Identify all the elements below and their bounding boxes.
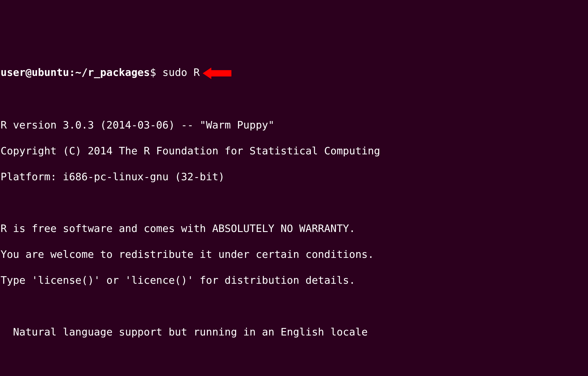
output-version: R version 3.0.3 (2014-03-06) -- "Warm Pu… (1, 118, 587, 131)
blank-line (1, 93, 587, 105)
output-warranty2: You are welcome to redistribute it under… (1, 248, 587, 261)
prompt-path: ~/r_packages (75, 66, 150, 78)
command-text: sudo R (163, 66, 200, 78)
blank-line (1, 351, 587, 364)
terminal-window[interactable]: user@ubuntu:~/r_packages$ sudo R R versi… (1, 53, 587, 376)
prompt-user-host: user@ubuntu (1, 66, 69, 78)
blank-line (1, 300, 587, 312)
output-copyright: Copyright (C) 2014 The R Foundation for … (1, 144, 587, 157)
prompt-separator: : (69, 66, 75, 78)
blank-line (1, 196, 587, 209)
prompt-symbol: $ (150, 66, 156, 78)
prompt-line[interactable]: user@ubuntu:~/r_packages$ sudo R (1, 66, 587, 80)
output-platform: Platform: i686-pc-linux-gnu (32-bit) (1, 170, 587, 183)
annotation-arrow (203, 67, 231, 80)
output-license: Type 'license()' or 'licence()' for dist… (1, 274, 587, 287)
output-locale: Natural language support but running in … (1, 325, 587, 338)
output-warranty1: R is free software and comes with ABSOLU… (1, 222, 587, 235)
